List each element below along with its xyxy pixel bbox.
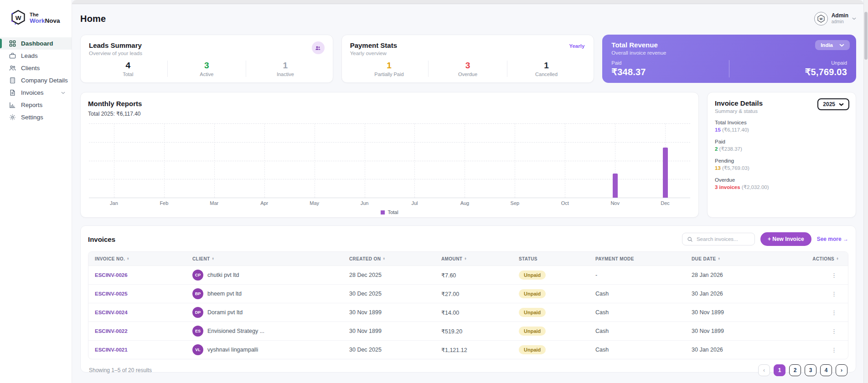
column-header-created-on: CREATED ON	[349, 256, 381, 261]
sidebar-item-reports[interactable]: Reports	[0, 99, 72, 111]
search-input[interactable]	[697, 236, 747, 242]
due-date: 30 Jan 2026	[692, 347, 788, 353]
column-header-actions: ACTIONS	[812, 256, 834, 261]
total-revenue-card: Total Revenue Overall invoice revenue In…	[602, 35, 856, 83]
summary-cards-row: Leads Summary Overview of your leads 4 T…	[80, 35, 856, 83]
row-actions-menu-icon[interactable]: ⋮	[788, 291, 842, 297]
bar-chart-plot	[89, 123, 690, 198]
sidebar-item-settings[interactable]: Settings	[0, 111, 72, 123]
year-select[interactable]: 2025	[817, 98, 849, 110]
pagination-page-1[interactable]: 1	[774, 364, 785, 376]
created-on: 30 Dec 2025	[349, 291, 441, 297]
sidebar-item-clients[interactable]: Clients	[0, 62, 72, 74]
table-row[interactable]: ESCINV-0021 VLvyshnavi lingampalli 30 De…	[88, 340, 848, 359]
sidebar-item-dashboard[interactable]: Dashboard	[0, 37, 72, 50]
table-row[interactable]: ESCINV-0024 DPDorami pvt ltd 30 Nov 1899…	[88, 303, 848, 322]
new-invoice-button[interactable]: + New Invoice	[760, 232, 811, 246]
svg-text:W: W	[819, 17, 822, 20]
column-header-invoice-no: INVOICE NO.	[95, 256, 125, 261]
scrollbar-thumb[interactable]	[864, 12, 868, 60]
detail-total-invoices: Total Invoices 15 (₹6,117.40)	[715, 120, 848, 133]
gridline	[89, 142, 690, 143]
topbar: Home W Admin admin	[80, 10, 856, 28]
created-on: 30 Nov 1899	[349, 309, 441, 316]
pagination-page-2[interactable]: 2	[789, 364, 801, 376]
client-name: Envisioned Strategy ...	[207, 328, 264, 334]
gridline	[89, 123, 690, 124]
row-actions-menu-icon[interactable]: ⋮	[788, 347, 842, 353]
sidebar-item-leads[interactable]: Leads	[0, 50, 72, 62]
x-axis-label: Jul	[390, 200, 440, 206]
invoice-number-link[interactable]: ESCINV-0024	[95, 310, 192, 315]
x-axis-label: Sep	[490, 200, 540, 206]
sidebar-item-company-details[interactable]: Company Details	[0, 74, 72, 87]
gridline	[89, 161, 690, 161]
sidebar-item-invoices[interactable]: Invoices	[0, 87, 72, 99]
sidebar-item-label: Leads	[21, 52, 38, 59]
pagination-page-4[interactable]: 4	[820, 364, 832, 376]
chart-legend: Total	[88, 209, 691, 215]
pagination-page-3[interactable]: 3	[805, 364, 816, 376]
bar-chart-icon	[9, 101, 16, 109]
card-subtitle: Overall invoice revenue	[611, 50, 847, 56]
pagination-next-button[interactable]: ›	[836, 364, 847, 376]
table-row[interactable]: ESCINV-0025 BPbheem pvt ltd 30 Dec 2025 …	[88, 284, 848, 303]
stat-partially-paid: 1 Partially Paid	[350, 61, 429, 77]
invoice-number-link[interactable]: ESCINV-0021	[95, 347, 192, 352]
x-axis-label: Jun	[340, 200, 390, 206]
sort-icon[interactable]: ▲▼	[127, 257, 129, 260]
gridline	[264, 123, 265, 198]
chevron-down-icon[interactable]	[61, 92, 65, 94]
created-on: 30 Nov 1899	[349, 328, 441, 334]
due-date: 30 Nov 1899	[692, 328, 788, 334]
page-scrollbar[interactable]	[863, 0, 868, 383]
sort-icon[interactable]: ▲▼	[382, 257, 385, 260]
stat-active-leads: 3 Active	[167, 61, 246, 77]
invoice-number-link[interactable]: ESCINV-0026	[95, 272, 192, 278]
amount: ₹14.00	[441, 309, 519, 316]
stat-cancelled: 1 Cancelled	[507, 61, 586, 77]
unpaid-revenue: Unpaid ₹5,769.03	[731, 60, 847, 77]
payment-stats-card: Payment Stats Yearly overview Yearly 1 P…	[341, 35, 594, 83]
sort-icon[interactable]: ▲▼	[464, 257, 467, 260]
invoice-details-card: Invoice Details Summary & status 2025 To…	[707, 92, 856, 218]
due-date: 28 Jan 2026	[692, 272, 788, 278]
sort-icon[interactable]: ▲▼	[836, 257, 839, 260]
sort-icon[interactable]: ▲▼	[212, 257, 215, 260]
sidebar: W The WorkNova Dashboard Leads	[0, 0, 72, 383]
monthly-reports-card: Monthly Reports Total 2025: ₹6,117.40 Ja…	[80, 92, 699, 218]
invoice-number-link[interactable]: ESCINV-0025	[95, 291, 192, 296]
table-row[interactable]: ESCINV-0022 ESEnvisioned Strategy ... 30…	[88, 322, 848, 340]
country-select[interactable]: India	[815, 40, 850, 50]
invoice-search[interactable]	[682, 233, 755, 245]
amount: ₹7.60	[441, 272, 519, 279]
gridline	[114, 123, 114, 198]
invoice-number-link[interactable]: ESCINV-0022	[95, 328, 192, 334]
people-icon	[9, 64, 16, 72]
row-actions-menu-icon[interactable]: ⋮	[788, 328, 842, 335]
see-more-link[interactable]: See more →	[817, 236, 848, 242]
table-row[interactable]: ESCINV-0026 CPchutki pvt ltd 28 Dec 2025…	[88, 266, 848, 284]
user-role: admin	[832, 19, 848, 25]
sidebar-item-label: Dashboard	[21, 40, 53, 47]
legend-swatch	[381, 210, 385, 214]
svg-text:W: W	[16, 15, 21, 21]
row-actions-menu-icon[interactable]: ⋮	[788, 309, 842, 316]
client-name: chutki pvt ltd	[207, 272, 239, 278]
building-icon	[9, 77, 16, 84]
sort-icon[interactable]: ▲▼	[718, 257, 721, 260]
status-badge: Unpaid	[519, 327, 546, 336]
user-menu[interactable]: W Admin admin	[814, 12, 856, 26]
browser-chrome-strip	[72, 0, 863, 4]
invoices-table: INVOICE NO.▲▼ CLIENT▲▼ CREATED ON▲▼ AMOU…	[88, 251, 848, 359]
chevron-down-icon	[852, 17, 856, 20]
row-actions-menu-icon[interactable]: ⋮	[788, 272, 842, 279]
client-name: Dorami pvt ltd	[207, 309, 243, 316]
payment-mode: -	[595, 272, 692, 278]
due-date: 30 Jan 2026	[692, 291, 788, 297]
pagination-prev-button[interactable]: ‹	[758, 364, 770, 376]
yearly-filter-link[interactable]: Yearly	[569, 43, 584, 49]
payment-mode: Cash	[595, 309, 692, 316]
sidebar-item-label: Invoices	[21, 89, 44, 96]
x-axis-label: Oct	[540, 200, 590, 206]
